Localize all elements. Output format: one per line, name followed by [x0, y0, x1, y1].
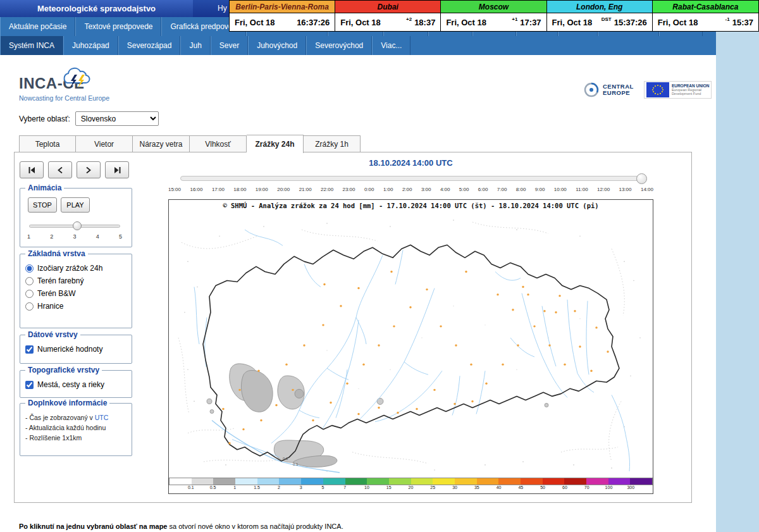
- speed-num: 4: [96, 233, 99, 240]
- tick-0-00: 0:00: [364, 187, 374, 192]
- checkbox-numerick-hodnoty[interactable]: Numerické hodnoty: [20, 343, 132, 356]
- map-container[interactable]: © SHMÚ - Analýza zrážok za 24 hod [mm] -…: [168, 199, 653, 494]
- nav-item-aktu-lne-po-asie[interactable]: Aktuálne počasie: [0, 17, 75, 36]
- topo-layers-panel-title: Topografické vrstvy: [25, 366, 102, 374]
- clock-utc-offset: +2: [406, 16, 412, 22]
- nav-secondary: Systém INCAJuhozápadSeverozápadJuhSeverJ…: [0, 36, 716, 55]
- tab-teplota[interactable]: Teplota: [19, 135, 76, 152]
- time-slider[interactable]: [180, 176, 646, 181]
- clock-time: 15:37:26: [614, 18, 647, 27]
- map-title: © SHMÚ - Analýza zrážok za 24 hod [mm] -…: [169, 200, 653, 211]
- legend-color-segment: [433, 478, 455, 485]
- tick-23-00: 23:00: [343, 187, 355, 192]
- checkbox-mest-cesty-a-rieky[interactable]: Mestá, cesty a rieky: [20, 378, 132, 391]
- radio-input-ter-n-farebn[interactable]: [25, 277, 34, 285]
- radio-input-izo-iary-zr-ok-24h[interactable]: [25, 264, 34, 273]
- radio-label: Terén farebný: [37, 276, 83, 285]
- legend-bar: [169, 478, 653, 485]
- legend-labels: 0.10.511.5235710152025303540455060701003…: [169, 485, 653, 492]
- region-selector-row: Vyberte oblasť: Slovensko: [19, 111, 159, 126]
- legend-color-segment: [521, 478, 543, 485]
- animation-buttons: STOP PLAY: [28, 197, 132, 213]
- legend-value: 2: [278, 485, 280, 490]
- base-layer-options: Izočiary zrážok 24hTerén farebnýTerén B&…: [20, 262, 132, 312]
- tab-n-razy-vetra[interactable]: Nárazy vetra: [133, 135, 190, 152]
- checkbox-input-mest-cesty-a-rieky[interactable]: [25, 381, 34, 389]
- inca-logo: INCA-CE Nowcasting for Central Europe: [19, 70, 158, 102]
- info-panel: Doplnkové informácie - Čas je zobrazovan…: [20, 403, 132, 456]
- nav-item-sever[interactable]: Sever: [211, 36, 248, 55]
- tick-7-00: 7:00: [497, 187, 507, 192]
- eu-logo: EUROPEAN UNION European Regional Develop…: [644, 81, 712, 99]
- radio-input-hranice[interactable]: [25, 302, 34, 311]
- tick-16-00: 16:00: [190, 187, 202, 192]
- radio-ter-n-b-w[interactable]: Terén B&W: [20, 287, 132, 300]
- tick-4-00: 4:00: [440, 187, 450, 192]
- tick-12-00: 12:00: [597, 187, 610, 192]
- tab-vlhkos[interactable]: Vlhkosť: [190, 135, 247, 152]
- animation-panel: Animácia STOP PLAY 12345: [20, 188, 132, 247]
- prev-frame-button[interactable]: [48, 161, 72, 178]
- legend-value: 5: [321, 485, 324, 490]
- nav-item-severov-chod[interactable]: Severovýchod: [306, 36, 372, 55]
- nav-item-juhov-chod[interactable]: Juhovýchod: [248, 36, 306, 55]
- radio-label: Izočiary zrážok 24h: [37, 264, 102, 273]
- rivers: [194, 230, 630, 473]
- info-line: - Čas je zobrazovaný v UTC: [20, 412, 132, 423]
- site-section-tab[interactable]: Meteorologické spravodajstvo: [0, 0, 193, 17]
- topo-layers-panel: Topografické vrstvy Mestá, cesty a rieky: [20, 370, 132, 398]
- clock-datetime: Fri, Oct 18+218:37: [335, 13, 440, 31]
- next-frame-button[interactable]: [77, 161, 101, 178]
- legend-value: 70: [584, 485, 589, 490]
- utc-link[interactable]: UTC: [95, 414, 109, 421]
- clock-moscow: MoscowFri, Oct 18+117:37: [441, 1, 546, 31]
- play-button[interactable]: PLAY: [61, 197, 90, 213]
- clock-date: Fri, Oct 18: [658, 18, 698, 27]
- tab-vietor[interactable]: Vietor: [76, 135, 133, 152]
- tab-zr-ky-1h[interactable]: Zrážky 1h: [304, 135, 361, 152]
- nav-item-juh[interactable]: Juh: [180, 36, 210, 55]
- region-select[interactable]: Slovensko: [75, 111, 159, 126]
- data-layers-panel: Dátové vrstvy Numerické hodnoty: [20, 335, 132, 364]
- clock-city-label: Dubai: [335, 1, 440, 13]
- checkbox-label: Numerické hodnoty: [37, 345, 102, 354]
- nav-item-textov-predpovede[interactable]: Textové predpovede: [75, 17, 161, 36]
- legend-color-segment: [323, 478, 345, 485]
- tick-11-00: 11:00: [576, 187, 588, 192]
- legend-color-segment: [543, 478, 565, 485]
- speed-slider-handle[interactable]: [73, 221, 82, 230]
- legend-value: 3: [300, 485, 302, 490]
- nav-item-severoz-pad[interactable]: Severozápad: [118, 36, 181, 55]
- legend-color-segment: [301, 478, 323, 485]
- logo-subtitle: Nowcasting for Central Europe: [19, 94, 158, 102]
- legend-color-segment: [257, 478, 280, 485]
- legend-color-segment: [477, 478, 499, 485]
- legend-value: 1: [233, 485, 236, 490]
- nav-item-juhoz-pad[interactable]: Juhozápad: [63, 36, 118, 55]
- footer-note-rest: sa otvorí nové okno v ktorom sa načítajú…: [168, 523, 343, 530]
- nav-item-syst-m-inca[interactable]: Systém INCA: [0, 36, 63, 55]
- info-panel-title: Doplnkové informácie: [25, 399, 109, 407]
- speed-scale: 12345: [27, 233, 122, 240]
- radio-izo-iary-zr-ok-24h[interactable]: Izočiary zrážok 24h: [20, 262, 132, 275]
- speed-slider[interactable]: [29, 221, 120, 230]
- slovakia-precipitation-map[interactable]: 0.1 0.1: [169, 211, 653, 478]
- clock-time-group: 16:37:26: [297, 18, 330, 27]
- radio-hranice[interactable]: Hranice: [20, 300, 132, 312]
- tab-zr-ky-24h[interactable]: Zrážky 24h: [247, 135, 304, 153]
- radio-ter-n-farebn[interactable]: Terén farebný: [20, 275, 132, 287]
- time-slider-handle[interactable]: [636, 173, 647, 184]
- tick-21-00: 21:00: [299, 187, 312, 192]
- radio-label: Terén B&W: [37, 289, 76, 298]
- last-frame-button[interactable]: [105, 161, 129, 178]
- clock-utc-offset: +1: [512, 16, 517, 22]
- site-section-tab-partial[interactable]: Hy: [218, 4, 227, 13]
- nav-item-viac[interactable]: Viac...: [372, 36, 410, 55]
- stop-button[interactable]: STOP: [28, 197, 57, 213]
- clock-time: 15:37: [732, 18, 753, 27]
- legend-color-segment: [192, 478, 214, 485]
- radio-input-ter-n-b-w[interactable]: [25, 290, 34, 298]
- checkbox-input-numerick-hodnoty[interactable]: [25, 345, 34, 354]
- storm-cloud-icon: [61, 67, 94, 91]
- first-frame-button[interactable]: [20, 161, 44, 178]
